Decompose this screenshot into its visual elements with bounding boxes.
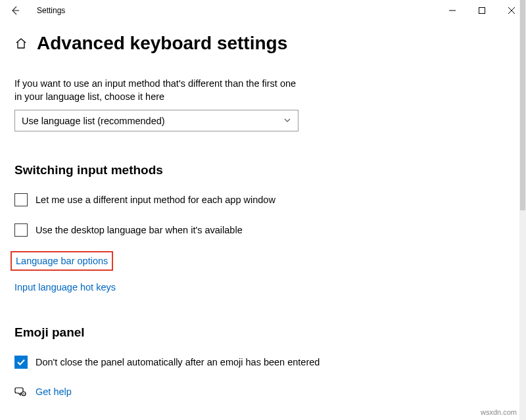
chevron-down-icon bbox=[283, 116, 291, 126]
per-app-input-option[interactable]: Let me use a different input method for … bbox=[14, 193, 472, 206]
page-title: Advanced keyboard settings bbox=[37, 33, 287, 54]
scrollbar-thumb[interactable] bbox=[520, 0, 525, 210]
window-title: Settings bbox=[37, 6, 65, 15]
switching-heading: Switching input methods bbox=[14, 163, 472, 177]
desktop-langbar-option[interactable]: Use the desktop language bar when it's a… bbox=[14, 223, 472, 237]
maximize-icon bbox=[479, 7, 485, 14]
emoji-heading: Emoji panel bbox=[14, 325, 472, 340]
close-icon bbox=[508, 7, 515, 14]
home-icon bbox=[15, 37, 27, 49]
desktop-langbar-checkbox[interactable] bbox=[14, 223, 28, 237]
per-app-checkbox[interactable] bbox=[14, 193, 28, 206]
language-bar-options-link[interactable]: Language bar options bbox=[16, 256, 108, 266]
get-help-link[interactable]: Get help bbox=[36, 386, 72, 397]
titlebar: Settings bbox=[0, 0, 526, 21]
vertical-scrollbar[interactable] bbox=[519, 0, 526, 420]
language-bar-options-highlight: Language bar options bbox=[11, 251, 113, 271]
input-method-select[interactable]: Use language list (recommended) bbox=[14, 110, 299, 131]
maximize-button[interactable] bbox=[467, 0, 496, 21]
window-controls bbox=[437, 0, 526, 21]
input-method-description: If you want to use an input method that'… bbox=[14, 78, 297, 103]
emoji-noclose-label: Don't close the panel automatically afte… bbox=[36, 357, 320, 367]
arrow-left-icon bbox=[10, 5, 20, 16]
desktop-langbar-label: Use the desktop language bar when it's a… bbox=[36, 225, 243, 235]
watermark: wsxdn.com bbox=[481, 408, 517, 416]
emoji-noclose-option[interactable]: Don't close the panel automatically afte… bbox=[14, 356, 472, 369]
get-help-row[interactable]: ? Get help bbox=[14, 386, 472, 398]
svg-text:?: ? bbox=[23, 392, 25, 396]
minimize-button[interactable] bbox=[437, 0, 467, 21]
svg-rect-0 bbox=[479, 8, 485, 14]
input-language-hotkeys-link[interactable]: Input language hot keys bbox=[14, 282, 116, 292]
home-button[interactable] bbox=[14, 37, 28, 50]
minimize-icon bbox=[449, 7, 456, 14]
checkmark-icon bbox=[16, 358, 26, 367]
help-icon: ? bbox=[14, 386, 26, 398]
select-value: Use language list (recommended) bbox=[22, 116, 165, 126]
back-button[interactable] bbox=[5, 0, 25, 21]
emoji-noclose-checkbox[interactable] bbox=[14, 356, 28, 369]
per-app-label: Let me use a different input method for … bbox=[36, 195, 275, 205]
